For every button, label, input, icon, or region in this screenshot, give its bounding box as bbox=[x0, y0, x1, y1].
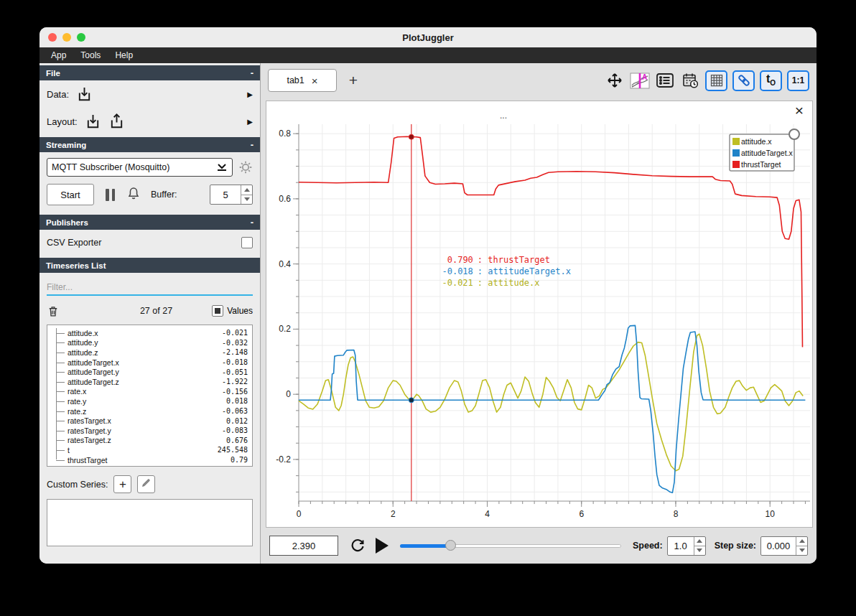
collapse-icon[interactable]: - bbox=[251, 67, 253, 78]
values-checkbox[interactable] bbox=[212, 305, 223, 317]
timeseries-name[interactable]: attitude.z bbox=[68, 348, 222, 357]
legend-label[interactable]: attitudeTarget.x bbox=[741, 149, 794, 157]
grid-icon[interactable] bbox=[705, 70, 727, 91]
step-increment-button[interactable] bbox=[796, 537, 807, 546]
curve-tracker-icon[interactable]: A bbox=[630, 71, 650, 90]
csv-exporter-checkbox[interactable] bbox=[241, 237, 253, 248]
series-attitudeTarget.x[interactable] bbox=[299, 325, 805, 493]
step-decrement-button[interactable] bbox=[796, 546, 807, 555]
streaming-source-select[interactable]: MQTT Subscriber (Mosquitto) bbox=[47, 158, 233, 177]
link-icon[interactable] bbox=[732, 70, 755, 91]
window-title: PlotJuggler bbox=[39, 32, 817, 43]
y-tick-label: 0.2 bbox=[279, 324, 291, 334]
timeseries-name[interactable]: thrustTarget bbox=[68, 456, 231, 465]
timeseries-name[interactable]: rate.y bbox=[68, 397, 226, 406]
pause-icon[interactable] bbox=[106, 189, 115, 201]
notifications-bell-icon[interactable] bbox=[126, 186, 141, 204]
buffer-decrement-button[interactable] bbox=[241, 195, 252, 205]
timeseries-name[interactable]: ratesTarget.z bbox=[68, 436, 226, 444]
timeseries-name[interactable]: ratesTarget.y bbox=[68, 426, 222, 435]
speed-spinbox[interactable]: 1.0 bbox=[667, 536, 706, 556]
playback-slider[interactable] bbox=[400, 540, 621, 551]
timeseries-row[interactable]: attitudeTarget.x-0.018 bbox=[49, 358, 248, 368]
streaming-settings-gear-icon[interactable] bbox=[238, 160, 253, 174]
timeseries-name[interactable]: attitude.y bbox=[68, 338, 222, 347]
timeseries-name[interactable]: t bbox=[68, 446, 218, 454]
streaming-section-header[interactable]: Streaming - bbox=[39, 137, 260, 152]
move-icon[interactable] bbox=[605, 71, 625, 90]
step-size-spinbox[interactable]: 0.000 bbox=[760, 536, 808, 556]
legend-label[interactable]: thrustTarget bbox=[741, 160, 781, 169]
timeseries-row[interactable]: t245.548 bbox=[49, 445, 248, 455]
timeseries-row[interactable]: rate.z-0.063 bbox=[49, 406, 248, 416]
datetime-icon[interactable] bbox=[680, 71, 700, 90]
t0-icon[interactable]: tO bbox=[760, 70, 782, 91]
list-icon[interactable] bbox=[655, 71, 675, 90]
load-data-icon[interactable] bbox=[76, 86, 93, 103]
timeseries-name[interactable]: attitudeTarget.y bbox=[68, 368, 222, 376]
collapse-icon[interactable]: - bbox=[251, 217, 253, 228]
layout-expand-arrow[interactable]: ▶ bbox=[247, 118, 253, 126]
menu-tools[interactable]: Tools bbox=[75, 49, 106, 62]
timeseries-section-header[interactable]: Timeseries List bbox=[39, 258, 260, 273]
playback-time-field[interactable]: 2.390 bbox=[269, 536, 338, 556]
timeseries-row[interactable]: ratesTarget.z0.676 bbox=[49, 436, 248, 446]
legend[interactable]: attitude.xattitudeTarget.xthrustTarget bbox=[730, 129, 799, 171]
chart-canvas[interactable]: 0246810-0.200.20.40.60.8...0.790: thrust… bbox=[266, 101, 814, 528]
start-streaming-button[interactable]: Start bbox=[47, 184, 94, 205]
speed-increment-button[interactable] bbox=[694, 537, 705, 546]
timeseries-name[interactable]: attitudeTarget.x bbox=[68, 358, 222, 367]
timeseries-name[interactable]: rate.x bbox=[68, 387, 222, 396]
loop-icon[interactable] bbox=[348, 537, 367, 554]
ratio-icon[interactable]: 1:1 bbox=[787, 70, 809, 91]
timeseries-row[interactable]: attitudeTarget.y-0.051 bbox=[49, 367, 248, 377]
menu-help[interactable]: Help bbox=[109, 49, 139, 62]
legend-collapse-handle[interactable] bbox=[789, 129, 799, 139]
timeseries-row[interactable]: attitudeTarget.z-1.922 bbox=[49, 377, 248, 387]
add-custom-series-button[interactable]: + bbox=[113, 475, 131, 493]
timeseries-row[interactable]: ratesTarget.y-0.083 bbox=[49, 426, 248, 436]
play-button[interactable] bbox=[376, 538, 389, 554]
tabbar: tab1 × + A bbox=[261, 63, 817, 98]
buffer-increment-button[interactable] bbox=[241, 185, 252, 195]
file-section-header[interactable]: File - bbox=[39, 65, 260, 80]
timeseries-name[interactable]: attitude.x bbox=[68, 329, 222, 337]
save-layout-icon[interactable] bbox=[108, 113, 125, 130]
slider-handle[interactable] bbox=[445, 540, 456, 551]
menu-app[interactable]: App bbox=[45, 49, 72, 62]
timeseries-list[interactable]: attitude.x-0.021attitude.y-0.032attitude… bbox=[47, 325, 253, 467]
timeseries-row[interactable]: attitude.x-0.021 bbox=[49, 328, 248, 338]
timeseries-name[interactable]: rate.z bbox=[68, 407, 222, 416]
trash-icon[interactable] bbox=[47, 304, 60, 318]
plot-widget[interactable]: 0246810-0.200.20.40.60.8...0.790: thrust… bbox=[266, 101, 813, 528]
legend-label[interactable]: attitude.x bbox=[741, 137, 772, 146]
edit-custom-series-button[interactable] bbox=[137, 475, 155, 493]
series-thrustTarget[interactable] bbox=[299, 136, 803, 347]
series-attitude.x[interactable] bbox=[299, 334, 803, 471]
collapse-icon[interactable]: - bbox=[251, 139, 253, 150]
buffer-spinbox[interactable]: 5 bbox=[210, 185, 253, 205]
step-size-label: Step size: bbox=[715, 541, 756, 551]
speed-decrement-button[interactable] bbox=[694, 546, 705, 555]
timeseries-row[interactable]: thrustTarget0.79 bbox=[49, 455, 248, 465]
tab-close-icon[interactable]: × bbox=[312, 75, 318, 87]
filter-input[interactable] bbox=[47, 280, 253, 296]
timeseries-row[interactable]: rate.y0.018 bbox=[49, 396, 248, 406]
timeseries-value: 0.012 bbox=[226, 417, 248, 425]
timeseries-row[interactable]: ratesTarget.x0.012 bbox=[49, 416, 248, 426]
svg-text:A: A bbox=[642, 73, 647, 81]
timeseries-row[interactable]: attitude.z-2.148 bbox=[49, 347, 248, 358]
plot-close-icon[interactable]: × bbox=[795, 103, 804, 118]
load-layout-icon[interactable] bbox=[85, 113, 101, 130]
data-expand-arrow[interactable]: ▶ bbox=[247, 90, 253, 98]
x-tick-label: 8 bbox=[674, 509, 679, 519]
timeseries-name[interactable]: ratesTarget.x bbox=[68, 416, 226, 425]
tab-tab1[interactable]: tab1 × bbox=[268, 69, 337, 92]
timeseries-row[interactable]: attitude.y-0.032 bbox=[49, 338, 248, 348]
new-tab-button[interactable]: + bbox=[343, 70, 364, 91]
publishers-section-header[interactable]: Publishers - bbox=[39, 215, 260, 230]
timeseries-value: -0.021 bbox=[222, 329, 248, 337]
timeseries-name[interactable]: attitudeTarget.z bbox=[68, 378, 222, 386]
timeseries-row[interactable]: rate.x-0.156 bbox=[49, 387, 248, 397]
custom-series-list[interactable] bbox=[47, 499, 253, 546]
